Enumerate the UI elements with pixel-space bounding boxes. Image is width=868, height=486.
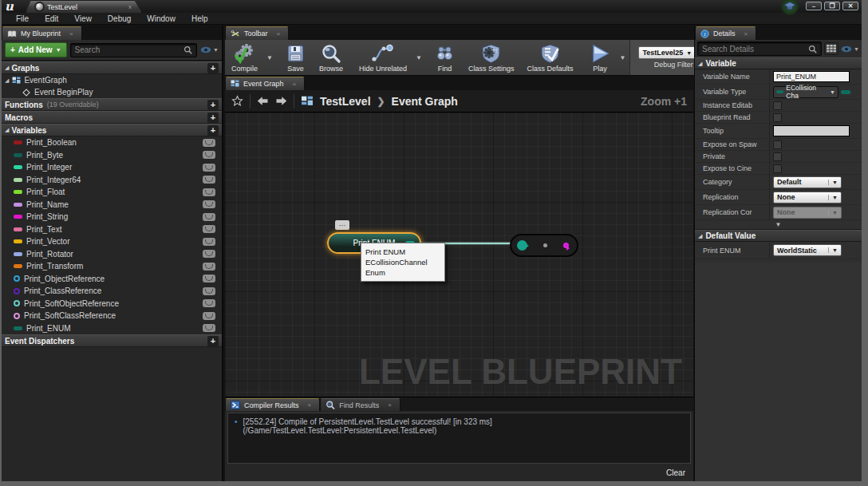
class-settings-button[interactable]: Class Settings: [462, 40, 521, 75]
variable-visibility-eye-icon[interactable]: [203, 287, 215, 295]
graduation-cap-icon[interactable]: [783, 1, 796, 12]
clear-button[interactable]: Clear: [666, 468, 685, 477]
nav-back-icon[interactable]: [257, 96, 269, 106]
tab-close-icon[interactable]: ×: [277, 30, 281, 38]
find-button[interactable]: Find: [428, 40, 462, 75]
menu-item-debug[interactable]: Debug: [100, 14, 139, 23]
variable-row[interactable]: Print_Transform: [2, 260, 222, 273]
advanced-expander[interactable]: ▼: [695, 220, 862, 230]
variable-visibility-eye-icon[interactable]: [203, 275, 215, 283]
checkbox[interactable]: [773, 101, 782, 110]
conversion-node[interactable]: [510, 234, 578, 257]
variable-row[interactable]: Print_SoftClassReference: [2, 310, 222, 322]
nav-forward-icon[interactable]: [275, 96, 287, 106]
menu-item-file[interactable]: File: [8, 14, 37, 23]
tab-close-icon[interactable]: ×: [388, 401, 392, 409]
add-graph-button[interactable]: +: [207, 63, 219, 73]
tree-item-begin-play[interactable]: Event BeginPlay: [2, 86, 222, 98]
variable-visibility-eye-icon[interactable]: [203, 200, 215, 208]
asset-tab-testlevel[interactable]: TestLevel x: [26, 0, 142, 13]
variable-visibility-eye-icon[interactable]: [203, 250, 215, 258]
replication-dropdown[interactable]: None ▼: [773, 192, 842, 203]
checkbox[interactable]: [773, 140, 782, 149]
variable-row[interactable]: Print_Text: [2, 223, 222, 236]
section-event-dispatchers[interactable]: Event Dispatchers +: [2, 334, 222, 347]
tab-event-graph[interactable]: Event Graph ×: [225, 77, 305, 90]
breadcrumb-root[interactable]: TestLevel: [320, 95, 371, 108]
checkbox[interactable]: [773, 164, 782, 173]
variable-visibility-eye-icon[interactable]: [203, 324, 215, 332]
tab-my-blueprint[interactable]: My Blueprint ×: [2, 26, 82, 40]
variable-row[interactable]: Print_Integer64: [2, 174, 222, 187]
breadcrumb-current[interactable]: Event Graph: [392, 95, 458, 108]
debug-object-dropdown[interactable]: TestLevel25 ▼: [638, 46, 696, 59]
variable-visibility-eye-icon[interactable]: [203, 263, 215, 271]
variable-row[interactable]: Print_SoftObjectReference: [2, 298, 222, 310]
chevron-down-icon[interactable]: ▼: [264, 54, 275, 61]
variable-visibility-eye-icon[interactable]: [203, 312, 215, 320]
menu-item-edit[interactable]: Edit: [37, 14, 66, 23]
variable-name-input[interactable]: [773, 71, 850, 82]
restore-button[interactable]: ❐: [824, 2, 840, 10]
checkbox[interactable]: [773, 113, 782, 122]
play-button[interactable]: Play: [582, 40, 617, 75]
event-graph-canvas[interactable]: LEVEL BLUEPRINT … Print ENUM Print ENUM …: [225, 113, 693, 397]
variable-row[interactable]: Print_Byte: [2, 149, 222, 162]
details-section-variable[interactable]: ◢ Variable: [695, 57, 862, 69]
variable-visibility-eye-icon[interactable]: [203, 164, 215, 172]
chevron-down-icon[interactable]: ▼: [617, 54, 628, 61]
tab-find-results[interactable]: Find Results×: [320, 398, 400, 411]
asset-tab-close-icon[interactable]: x: [128, 3, 132, 10]
expand-triangle-icon[interactable]: ◢: [5, 77, 9, 84]
variable-visibility-eye-icon[interactable]: [203, 151, 215, 159]
tab-toolbar[interactable]: Toolbar ×: [225, 26, 289, 40]
print-enum-dropdown[interactable]: WorldStatic ▼: [773, 244, 842, 256]
menu-item-view[interactable]: View: [66, 14, 100, 23]
class-defaults-button[interactable]: Class Defaults: [520, 40, 579, 75]
tab-close-icon[interactable]: ×: [744, 30, 748, 38]
property-matrix-button[interactable]: [824, 42, 838, 55]
menu-item-window[interactable]: Window: [139, 14, 183, 23]
enum-input-pin[interactable]: [517, 240, 527, 251]
variable-row[interactable]: Print_Integer: [2, 161, 222, 174]
variable-row[interactable]: Print_ClassReference: [2, 285, 222, 298]
variable-visibility-eye-icon[interactable]: [203, 139, 215, 147]
menu-item-help[interactable]: Help: [183, 14, 216, 23]
tab-close-icon[interactable]: ×: [69, 30, 73, 38]
variable-row[interactable]: Print_ENUM: [2, 322, 222, 335]
tree-item-eventgraph[interactable]: ◢ EventGraph: [2, 74, 222, 86]
compile-button[interactable]: Compile: [225, 40, 264, 75]
tooltip-input[interactable]: [773, 125, 850, 136]
variable-type-dropdown[interactable]: ECollision Cha ▼: [773, 86, 838, 98]
bookmark-star-icon[interactable]: [231, 95, 243, 107]
add-variable-button[interactable]: +: [207, 125, 219, 136]
variable-row[interactable]: Print_ObjectReference: [2, 273, 222, 286]
add-new-button[interactable]: + Add New ▼: [5, 42, 67, 57]
variable-visibility-eye-icon[interactable]: [203, 238, 215, 246]
variable-visibility-eye-icon[interactable]: [203, 225, 215, 233]
close-button[interactable]: ✕: [842, 2, 858, 10]
node-comment-bubble-icon[interactable]: …: [335, 220, 349, 230]
checkbox[interactable]: [773, 152, 782, 161]
add-dispatcher-button[interactable]: +: [207, 336, 219, 346]
browse-button[interactable]: Browse: [313, 40, 349, 75]
string-output-pin[interactable]: [563, 243, 569, 248]
section-macros[interactable]: Macros +: [2, 111, 222, 124]
tab-details[interactable]: i Details ×: [695, 26, 756, 40]
section-graphs[interactable]: ◢ Graphs +: [2, 61, 222, 74]
variable-visibility-eye-icon[interactable]: [203, 299, 215, 307]
add-function-button[interactable]: +: [207, 100, 219, 110]
container-type-pill-icon[interactable]: [841, 90, 850, 94]
visibility-filter-button[interactable]: ▼: [200, 46, 219, 53]
variable-row[interactable]: Print_Boolean: [2, 136, 222, 149]
tab-close-icon[interactable]: ×: [308, 401, 312, 409]
variable-row[interactable]: Print_Vector: [2, 235, 222, 248]
details-search-input[interactable]: [702, 45, 808, 53]
variable-visibility-eye-icon[interactable]: [203, 213, 215, 221]
variable-visibility-eye-icon[interactable]: [203, 188, 215, 196]
details-section-default-value[interactable]: ◢ Default Value: [695, 230, 862, 242]
tab-close-icon[interactable]: ×: [293, 81, 297, 88]
variable-row[interactable]: Print_Float: [2, 186, 222, 199]
add-macro-button[interactable]: +: [207, 113, 219, 123]
section-functions[interactable]: Functions (19 Overridable) +: [2, 98, 222, 111]
